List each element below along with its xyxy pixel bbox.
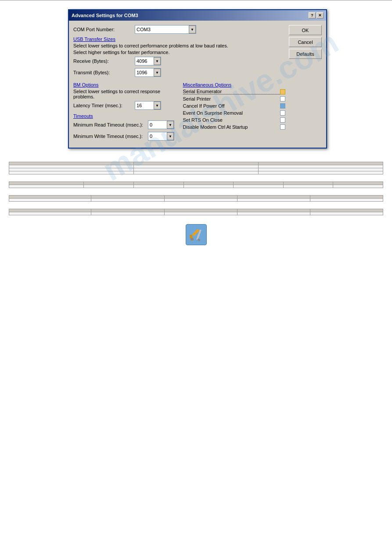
misc-options-panel: Miscellaneous Options Serial Enumerator … (179, 80, 286, 143)
defaults-button[interactable]: Defaults (289, 49, 322, 59)
table-cell (283, 182, 333, 185)
table-cell (164, 212, 237, 215)
min-read-arrow[interactable]: ▼ (167, 121, 174, 129)
dialog-titlebar: Advanced Settings for COM3 ? ✕ (69, 10, 326, 21)
min-write-value: 0 (148, 132, 167, 140)
com-port-label: COM Port Number: (73, 27, 135, 32)
svg-rect-3 (197, 239, 200, 241)
table-row (9, 171, 383, 174)
misc-label-2: Cancel If Power Off (183, 103, 281, 109)
close-button[interactable]: ✕ (316, 12, 324, 18)
misc-checkbox-3[interactable] (280, 110, 285, 116)
table-row (9, 168, 383, 171)
transmit-row: Transmit (Bytes): 1096 ▼ (73, 68, 285, 77)
table-cell (9, 162, 134, 165)
transmit-arrow[interactable]: ▼ (154, 69, 161, 76)
latency-value: 16 (135, 102, 154, 109)
dialog-action-buttons: OK Cancel Defaults (289, 25, 322, 143)
usb-note1: Select lower settings to correct perform… (73, 43, 285, 48)
table-cell (164, 196, 237, 199)
table-cell (133, 182, 183, 185)
cancel-button[interactable]: Cancel (289, 37, 322, 47)
min-write-label: Minimum Write Timeout (msec.): (73, 134, 148, 139)
tables-section (0, 162, 392, 215)
left-options: BM Options Select lower settings to corr… (73, 80, 176, 143)
table-cell (310, 212, 383, 215)
latency-row: Latency Timer (msec.): 16 ▼ (73, 101, 176, 110)
misc-label-4: Set RTS On Close (183, 117, 281, 123)
bottom-icon-container (0, 224, 392, 245)
misc-checkbox-4[interactable] (280, 117, 285, 123)
table-cell (237, 212, 310, 215)
table-cell (333, 185, 383, 188)
table-cell (9, 199, 91, 202)
misc-checkbox-2[interactable] (280, 103, 285, 109)
table-row (9, 165, 383, 168)
table-row (9, 199, 383, 202)
svg-rect-4 (191, 238, 194, 240)
table-cell (134, 165, 259, 168)
ok-button[interactable]: OK (289, 25, 322, 35)
misc-item-0: Serial Enumerator (183, 89, 286, 94)
table-cell (9, 212, 91, 215)
com-port-dropdown[interactable]: COM3 ▼ (135, 25, 196, 34)
table-cell (9, 185, 84, 188)
table-cell (310, 209, 383, 212)
bm-section-title: BM Options (73, 82, 176, 87)
com-port-row: COM Port Number: COM3 ▼ (73, 25, 285, 34)
top-divider (0, 0, 392, 0)
help-button[interactable]: ? (309, 12, 316, 18)
table-cell (183, 182, 234, 185)
table-cell (183, 185, 234, 188)
timeouts-section-title: Timeouts (73, 113, 176, 119)
misc-checkbox-0[interactable] (280, 89, 285, 94)
table-cell (9, 209, 91, 212)
table-cell (91, 199, 164, 202)
dialog-body: COM Port Number: COM3 ▼ USB Transfer Siz… (69, 21, 326, 148)
receive-value: 4096 (135, 57, 154, 65)
table-cell (310, 196, 383, 199)
tool-icon (186, 224, 207, 245)
table-cell (164, 199, 237, 202)
min-read-dropdown[interactable]: 0 ▼ (148, 120, 174, 129)
usb-section-title: USB Transfer Sizes (73, 36, 285, 42)
misc-item-4: Set RTS On Close (183, 117, 286, 123)
table-cell (164, 209, 237, 212)
com-port-arrow[interactable]: ▼ (189, 25, 196, 33)
receive-dropdown[interactable]: 4096 ▼ (135, 57, 161, 65)
table-cell (133, 185, 183, 188)
dialog-title: Advanced Settings for COM3 (72, 13, 138, 18)
table-cell (84, 185, 134, 188)
min-write-dropdown[interactable]: 0 ▼ (148, 132, 174, 141)
table-cell (234, 185, 284, 188)
table-4 (9, 209, 383, 215)
latency-arrow[interactable]: ▼ (154, 102, 161, 109)
table-cell (237, 196, 310, 199)
table-cell (91, 212, 164, 215)
misc-checkbox-5[interactable] (280, 124, 285, 130)
min-read-label: Minimum Read Timeout (msec.): (73, 122, 148, 127)
misc-section-title: Miscellaneous Options (183, 82, 286, 87)
latency-dropdown[interactable]: 16 ▼ (135, 101, 161, 110)
transmit-dropdown[interactable]: 1096 ▼ (135, 68, 161, 77)
table-cell (91, 209, 164, 212)
min-read-row: Minimum Read Timeout (msec.): 0 ▼ (73, 120, 176, 129)
table-cell (9, 196, 91, 199)
min-write-arrow[interactable]: ▼ (167, 132, 174, 140)
table-cell (259, 165, 383, 168)
tools-svg (188, 227, 204, 243)
table-row (9, 182, 383, 185)
table-cell (237, 199, 310, 202)
dialog-controls: ? ✕ (309, 12, 324, 18)
table-3 (9, 195, 383, 202)
transmit-value: 1096 (135, 69, 154, 76)
table-cell (310, 199, 383, 202)
table-1 (9, 162, 383, 174)
transmit-label: Transmit (Bytes): (73, 70, 135, 75)
misc-item-1: Serial Printer (183, 96, 286, 102)
table-row (9, 185, 383, 188)
misc-checkbox-1[interactable] (280, 96, 285, 102)
misc-label-3: Event On Surprise Removal (183, 110, 281, 116)
table-row (9, 212, 383, 215)
receive-arrow[interactable]: ▼ (154, 57, 161, 65)
